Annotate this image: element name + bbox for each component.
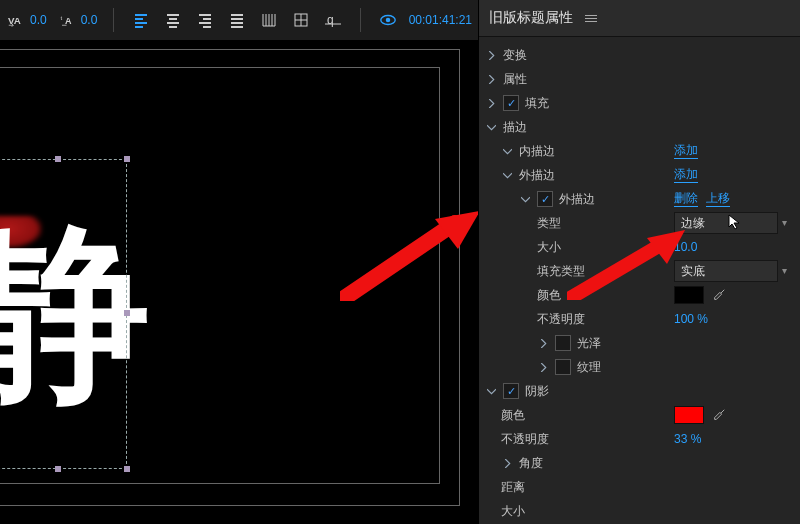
chevron-down-icon bbox=[485, 121, 497, 133]
baseline-icon[interactable]: q bbox=[322, 10, 344, 30]
tracking-tool[interactable]: tA 0.0 bbox=[57, 10, 98, 30]
dropdown-value: 实底 bbox=[681, 263, 705, 280]
panel-title: 旧版标题属性 bbox=[489, 9, 573, 27]
chevron-right-icon bbox=[537, 361, 549, 373]
resize-handle[interactable] bbox=[55, 156, 61, 162]
tab-stops-icon[interactable] bbox=[258, 10, 280, 30]
shadow-size-row: 大小 bbox=[479, 499, 800, 523]
eyedropper-icon[interactable] bbox=[712, 408, 726, 422]
align-justify-icon[interactable] bbox=[226, 10, 248, 30]
panel-menu-icon[interactable] bbox=[585, 15, 597, 22]
label: 属性 bbox=[503, 71, 527, 88]
label: 距离 bbox=[501, 479, 525, 496]
panel-header: 旧版标题属性 bbox=[479, 0, 800, 37]
tracking-icon: tA bbox=[57, 10, 79, 30]
stroke-opacity-value[interactable]: 100 % bbox=[674, 312, 708, 326]
text-bounding-box[interactable] bbox=[0, 159, 127, 469]
delete-stroke-link[interactable]: 删除 bbox=[674, 191, 698, 206]
stroke-filltype-row: 填充类型 实底 ▾ bbox=[479, 259, 800, 283]
app-root: VA 0.0 tA 0.0 q 00:01:41:21 bbox=[0, 0, 800, 524]
kerning-icon: VA bbox=[6, 10, 28, 30]
shadow-opacity-row: 不透明度 33 % bbox=[479, 427, 800, 451]
chevron-right-icon bbox=[501, 457, 513, 469]
add-inner-stroke-link[interactable]: 添加 bbox=[674, 143, 698, 158]
chevron-down-icon bbox=[501, 145, 513, 157]
svg-text:q: q bbox=[327, 13, 334, 27]
separator bbox=[113, 8, 114, 32]
sheen-checkbox[interactable] bbox=[555, 335, 571, 351]
shadow-distance-row: 距离 bbox=[479, 475, 800, 499]
label: 描边 bbox=[503, 119, 527, 136]
kerning-value[interactable]: 0.0 bbox=[30, 13, 47, 27]
resize-handle[interactable] bbox=[55, 466, 61, 472]
label: 纹理 bbox=[577, 359, 601, 376]
section-transform[interactable]: 变换 bbox=[479, 43, 800, 67]
label: 大小 bbox=[501, 503, 525, 520]
label: 填充 bbox=[525, 95, 549, 112]
chevron-right-icon bbox=[485, 97, 497, 109]
fill-type-dropdown[interactable]: 实底 ▾ bbox=[674, 260, 778, 282]
svg-point-7 bbox=[385, 18, 390, 23]
svg-text:VA: VA bbox=[8, 15, 21, 26]
stroke-color-row: 颜色 bbox=[479, 283, 800, 307]
stroke-size-value[interactable]: 10.0 bbox=[674, 240, 697, 254]
chevron-right-icon bbox=[485, 49, 497, 61]
add-outer-stroke-link[interactable]: 添加 bbox=[674, 167, 698, 182]
kerning-tool[interactable]: VA 0.0 bbox=[6, 10, 47, 30]
inner-stroke-group[interactable]: 内描边 添加 bbox=[479, 139, 800, 163]
title-viewport[interactable]: 静 bbox=[0, 41, 478, 524]
texture-checkbox[interactable] bbox=[555, 359, 571, 375]
resize-handle[interactable] bbox=[124, 466, 130, 472]
label: 类型 bbox=[537, 215, 561, 232]
move-up-stroke-link[interactable]: 上移 bbox=[706, 191, 730, 206]
stroke-type-dropdown[interactable]: 边缘 ▾ bbox=[674, 212, 778, 234]
resize-handle[interactable] bbox=[124, 310, 130, 316]
label: 外描边 bbox=[519, 167, 555, 184]
label: 光泽 bbox=[577, 335, 601, 352]
shadow-angle-row[interactable]: 角度 bbox=[479, 451, 800, 475]
fill-checkbox[interactable] bbox=[503, 95, 519, 111]
outer-stroke-checkbox[interactable] bbox=[537, 191, 553, 207]
eyedropper-icon[interactable] bbox=[712, 288, 726, 302]
shadow-color-swatch[interactable] bbox=[674, 406, 704, 424]
label: 颜色 bbox=[537, 287, 561, 304]
resize-handle[interactable] bbox=[124, 156, 130, 162]
label: 变换 bbox=[503, 47, 527, 64]
align-right-icon[interactable] bbox=[194, 10, 216, 30]
show-video-icon[interactable] bbox=[377, 10, 399, 30]
label: 角度 bbox=[519, 455, 543, 472]
label: 外描边 bbox=[559, 191, 595, 208]
align-center-icon[interactable] bbox=[162, 10, 184, 30]
outer-stroke-item[interactable]: 外描边 删除 上移 bbox=[479, 187, 800, 211]
label: 阴影 bbox=[525, 383, 549, 400]
section-fill[interactable]: 填充 bbox=[479, 91, 800, 115]
tracking-value[interactable]: 0.0 bbox=[81, 13, 98, 27]
section-stroke[interactable]: 描边 bbox=[479, 115, 800, 139]
stroke-opacity-row: 不透明度 100 % bbox=[479, 307, 800, 331]
canvas-pane: VA 0.0 tA 0.0 q 00:01:41:21 bbox=[0, 0, 478, 524]
label: 填充类型 bbox=[537, 263, 585, 280]
stroke-sheen-row[interactable]: 光泽 bbox=[479, 331, 800, 355]
section-properties[interactable]: 属性 bbox=[479, 67, 800, 91]
stroke-texture-row[interactable]: 纹理 bbox=[479, 355, 800, 379]
stroke-color-swatch[interactable] bbox=[674, 286, 704, 304]
shadow-opacity-value[interactable]: 33 % bbox=[674, 432, 701, 446]
label: 大小 bbox=[537, 239, 561, 256]
shadow-checkbox[interactable] bbox=[503, 383, 519, 399]
mouse-cursor-icon bbox=[727, 214, 743, 230]
align-left-icon[interactable] bbox=[130, 10, 152, 30]
shadow-color-row: 颜色 bbox=[479, 403, 800, 427]
outer-stroke-group[interactable]: 外描边 添加 bbox=[479, 163, 800, 187]
label: 颜色 bbox=[501, 407, 525, 424]
grid-icon[interactable] bbox=[290, 10, 312, 30]
stroke-size-row: 大小 10.0 bbox=[479, 235, 800, 259]
chevron-down-icon bbox=[519, 193, 531, 205]
svg-text:t: t bbox=[60, 15, 62, 21]
section-shadow[interactable]: 阴影 bbox=[479, 379, 800, 403]
title-toolbar: VA 0.0 tA 0.0 q 00:01:41:21 bbox=[0, 0, 478, 41]
panel-body: 变换 属性 填充 描边 内描边 添加 外描边 bbox=[479, 37, 800, 524]
label: 不透明度 bbox=[501, 431, 549, 448]
timecode[interactable]: 00:01:41:21 bbox=[409, 13, 472, 27]
chevron-right-icon bbox=[537, 337, 549, 349]
label: 不透明度 bbox=[537, 311, 585, 328]
